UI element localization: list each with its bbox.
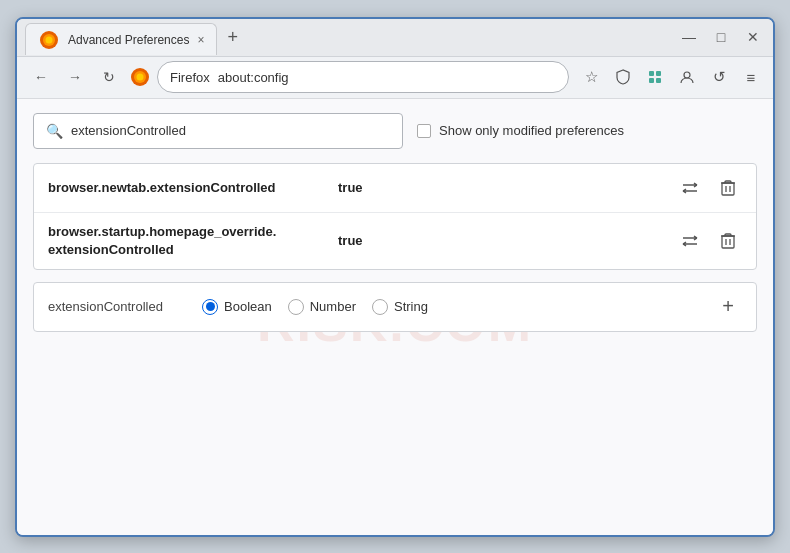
svg-rect-8 bbox=[649, 78, 654, 83]
toggle-button-1[interactable] bbox=[676, 174, 704, 202]
svg-point-2 bbox=[46, 36, 53, 43]
svg-rect-6 bbox=[649, 71, 654, 76]
search-icon: 🔍 bbox=[46, 123, 63, 139]
string-radio[interactable] bbox=[372, 299, 388, 315]
row-2-actions bbox=[676, 227, 742, 255]
results-table: browser.newtab.extensionControlled true bbox=[33, 163, 757, 270]
boolean-option[interactable]: Boolean bbox=[202, 299, 272, 315]
toggle-button-2[interactable] bbox=[676, 227, 704, 255]
new-pref-row: extensionControlled Boolean Number Strin… bbox=[33, 282, 757, 332]
tab-close-button[interactable]: × bbox=[197, 34, 204, 46]
string-option[interactable]: String bbox=[372, 299, 428, 315]
type-radio-group: Boolean Number String bbox=[202, 299, 428, 315]
svg-point-10 bbox=[684, 72, 690, 78]
extensions-icon[interactable] bbox=[643, 65, 667, 89]
close-button[interactable]: ✕ bbox=[745, 29, 761, 45]
pref-name-1: browser.newtab.extensionControlled bbox=[48, 180, 328, 195]
active-tab[interactable]: Advanced Preferences × bbox=[25, 23, 217, 55]
window-controls: — □ ✕ bbox=[681, 29, 765, 45]
pref-value-1: true bbox=[338, 180, 363, 195]
tab-title: Advanced Preferences bbox=[68, 33, 189, 47]
row-1-actions bbox=[676, 174, 742, 202]
browser-window: Advanced Preferences × + — □ ✕ ← → ↻ Fir… bbox=[15, 17, 775, 537]
account-icon[interactable] bbox=[675, 65, 699, 89]
string-label: String bbox=[394, 299, 428, 314]
forward-button[interactable]: → bbox=[61, 63, 89, 91]
title-bar: Advanced Preferences × + — □ ✕ bbox=[17, 19, 773, 57]
maximize-button[interactable]: □ bbox=[713, 29, 729, 45]
search-input[interactable] bbox=[71, 123, 390, 138]
pref-name-2-line2: extensionControlled bbox=[48, 242, 174, 257]
svg-point-5 bbox=[137, 74, 144, 81]
search-box[interactable]: 🔍 bbox=[33, 113, 403, 149]
number-label: Number bbox=[310, 299, 356, 314]
reload-button[interactable]: ↻ bbox=[95, 63, 123, 91]
svg-rect-9 bbox=[656, 78, 661, 83]
table-row: browser.startup.homepage_override. exten… bbox=[34, 213, 756, 269]
delete-button-1[interactable] bbox=[714, 174, 742, 202]
number-radio[interactable] bbox=[288, 299, 304, 315]
modified-only-checkbox[interactable] bbox=[417, 124, 431, 138]
new-pref-name: extensionControlled bbox=[48, 299, 188, 314]
sync-icon[interactable]: ↺ bbox=[707, 65, 731, 89]
back-button[interactable]: ← bbox=[27, 63, 55, 91]
new-tab-button[interactable]: + bbox=[221, 28, 244, 46]
boolean-radio[interactable] bbox=[202, 299, 218, 315]
svg-rect-11 bbox=[722, 183, 734, 195]
bookmark-icon[interactable]: ☆ bbox=[579, 65, 603, 89]
checkbox-row: Show only modified preferences bbox=[417, 123, 624, 138]
search-row: 🔍 Show only modified preferences bbox=[33, 113, 757, 149]
browser-name: Firefox bbox=[170, 70, 210, 85]
nav-bar: ← → ↻ Firefox about:config ☆ ↺ bbox=[17, 57, 773, 99]
shield-icon[interactable] bbox=[611, 65, 635, 89]
delete-button-2[interactable] bbox=[714, 227, 742, 255]
firefox-tab-icon bbox=[38, 29, 60, 51]
modified-only-label: Show only modified preferences bbox=[439, 123, 624, 138]
add-pref-button[interactable]: + bbox=[714, 293, 742, 321]
content-area: RISK.COM 🔍 Show only modified preference… bbox=[17, 99, 773, 535]
pref-name-2: browser.startup.homepage_override. exten… bbox=[48, 223, 328, 259]
address-bar[interactable]: Firefox about:config bbox=[157, 61, 569, 93]
address-text: about:config bbox=[218, 70, 289, 85]
svg-rect-7 bbox=[656, 71, 661, 76]
minimize-button[interactable]: — bbox=[681, 29, 697, 45]
svg-rect-12 bbox=[722, 236, 734, 248]
pref-value-2: true bbox=[338, 233, 363, 248]
table-row: browser.newtab.extensionControlled true bbox=[34, 164, 756, 213]
toolbar-icons: ☆ ↺ ≡ bbox=[579, 65, 763, 89]
number-option[interactable]: Number bbox=[288, 299, 356, 315]
pref-name-2-line1: browser.startup.homepage_override. bbox=[48, 224, 276, 239]
menu-icon[interactable]: ≡ bbox=[739, 65, 763, 89]
firefox-brand-icon bbox=[129, 66, 151, 88]
boolean-label: Boolean bbox=[224, 299, 272, 314]
